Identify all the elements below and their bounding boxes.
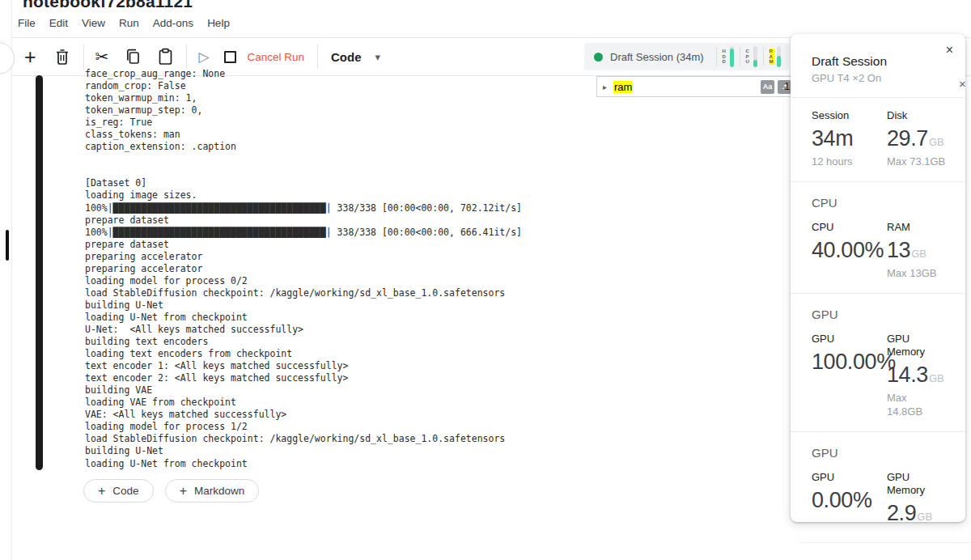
panel-divider — [791, 431, 965, 432]
plus-icon: + — [180, 485, 187, 498]
add-code-label: Code — [112, 485, 138, 497]
console-line: is_reg: True — [85, 117, 522, 129]
console-line: prepare dataset — [85, 239, 522, 251]
find-close-icon[interactable]: × — [959, 77, 966, 91]
stop-icon[interactable] — [224, 51, 236, 63]
session-status-pill[interactable]: Draft Session (34m) HDD CPU RAM — [584, 43, 789, 70]
console-line: building text encoders — [85, 336, 522, 348]
gpu1-memory-unit: GB — [929, 372, 944, 384]
gauge-divider — [740, 47, 740, 66]
console-line: loading model for process 1/2 — [85, 421, 522, 433]
add-markdown-button[interactable]: + Markdown — [165, 479, 260, 503]
console-line: caption_extension: .caption — [85, 141, 522, 153]
console-line: preparing accelerator — [85, 263, 522, 275]
console-line: prepare dataset — [85, 214, 522, 227]
toolbar-divider — [317, 45, 318, 69]
delete-cell-icon[interactable] — [54, 48, 70, 66]
console-line: loading image sizes. — [85, 189, 522, 202]
run-cell-icon[interactable]: ▷ — [198, 49, 209, 66]
session-active-dot-icon — [594, 53, 603, 62]
console-line: loading VAE from checkpoint — [85, 397, 522, 409]
console-line: random_crop: False — [85, 80, 522, 92]
left-scrollbar-thumb[interactable] — [6, 230, 9, 261]
console-line: building U-Net — [85, 445, 522, 457]
console-line — [85, 165, 522, 177]
menu-item[interactable]: File — [18, 17, 36, 29]
console-line: building U-Net — [85, 299, 522, 312]
notebook-title[interactable]: notebookf72b8a1121 — [23, 0, 193, 11]
resource-gauge[interactable]: CPU — [746, 46, 757, 67]
console-line: 100%|███████████████████████████████████… — [85, 202, 522, 214]
console-output[interactable]: face_crop_aug_range: Nonerandom_crop: Fa… — [85, 68, 522, 470]
console-line: load StableDiffusion checkpoint: /kaggle… — [85, 287, 522, 299]
menu-item[interactable]: Add-ons — [153, 17, 193, 29]
cpu-label: CPU — [812, 221, 887, 234]
gauge-track — [730, 46, 734, 67]
ram-value: 13 — [887, 238, 910, 262]
menu-item[interactable]: Help — [207, 17, 230, 29]
gpu2-section-header: GPU — [812, 446, 951, 460]
console-line: text encoder 2: <All keys matched succes… — [85, 372, 522, 384]
session-value: 34m — [812, 126, 853, 151]
console-line: 100%|███████████████████████████████████… — [85, 227, 522, 239]
ram-sub: Max 13GB — [887, 266, 951, 280]
session-label: Session — [812, 109, 887, 122]
console-line: class_tokens: man — [85, 129, 522, 141]
panel-title: Draft Session — [812, 54, 951, 69]
console-line: face_crop_aug_range: None — [85, 68, 522, 80]
console-line: text encoder 1: <All keys matched succes… — [85, 360, 522, 372]
console-line: building VAE — [85, 384, 522, 397]
chevron-down-icon[interactable]: ▾ — [375, 51, 381, 63]
console-line: loading text encoders from checkpoint — [85, 348, 522, 360]
gauge-label: RAM — [770, 49, 774, 65]
resource-gauge[interactable]: HDD — [723, 46, 734, 67]
gpu2-value: 0.00% — [812, 488, 872, 512]
find-match-count: 1 — [784, 80, 790, 92]
session-status-label: Draft Session (34m) — [610, 51, 704, 63]
cell-type-selector[interactable]: Code — [331, 50, 362, 64]
disk-unit: GB — [929, 136, 944, 148]
menu-item[interactable]: Run — [119, 17, 139, 29]
console-line: loading U-Net from checkpoint — [85, 312, 522, 324]
plus-icon: + — [98, 485, 105, 498]
gpu2-label: GPU — [812, 471, 887, 484]
console-line: [Dataset 0] — [85, 177, 522, 189]
session-panel: × Draft Session GPU T4 ×2 On Session 34m… — [791, 34, 965, 522]
menu-item[interactable]: Edit — [49, 17, 68, 29]
cpu-value: 40.00% — [812, 238, 884, 262]
gpu1-row: GPU 100.00% GPU Memory 14.3GB Max 14.8GB — [812, 333, 951, 418]
disk-label: Disk — [887, 109, 951, 122]
page-left-border — [11, 0, 12, 560]
console-line: token_warmup_step: 0, — [85, 104, 522, 117]
menu-item[interactable]: View — [82, 17, 105, 29]
panel-divider — [791, 97, 965, 98]
paste-cell-icon[interactable] — [157, 48, 173, 66]
cancel-run-button[interactable]: Cancel Run — [247, 51, 304, 63]
ram-unit: GB — [911, 248, 926, 260]
match-case-icon[interactable]: Aa — [761, 80, 774, 94]
gpu2-row: GPU 0.00% GPU Memory 2.9GB Max 14.8GB — [812, 471, 951, 522]
find-expand-icon[interactable]: ▸ — [603, 83, 607, 91]
cell-actions: + Code + Markdown — [83, 479, 259, 503]
find-input[interactable]: ram — [613, 81, 633, 93]
add-code-button[interactable]: + Code — [83, 479, 154, 503]
panel-close-icon[interactable]: × — [946, 43, 953, 57]
copy-cell-icon[interactable] — [125, 48, 141, 66]
gauge-label: HDD — [723, 49, 727, 65]
gpu2-memory-value: 2.9 — [887, 501, 916, 522]
gpu2-memory-label: GPU Memory — [887, 471, 935, 497]
gpu1-memory-sub: Max 14.8GB — [887, 391, 922, 418]
menu-bar: FileEditViewRunAdd-onsHelp — [18, 17, 230, 29]
console-line: U-Net: <All keys matched successfully> — [85, 324, 522, 336]
toolbar-divider — [83, 45, 84, 69]
cell-focus-bar[interactable] — [36, 75, 43, 470]
bottom-divider — [801, 542, 971, 543]
gpu1-section-header: GPU — [812, 308, 951, 321]
cpu-row: CPU 40.00% RAM 13GB Max 13GB — [812, 221, 951, 280]
gauge-fill — [753, 60, 757, 67]
gpu2-memory-unit: GB — [917, 511, 932, 522]
resource-gauge[interactable]: RAM — [770, 46, 781, 67]
find-bar[interactable]: ▸ ram Aa .* — [596, 76, 799, 97]
add-cell-icon[interactable]: + — [24, 47, 36, 67]
cut-cell-icon[interactable]: ✂ — [95, 47, 109, 66]
